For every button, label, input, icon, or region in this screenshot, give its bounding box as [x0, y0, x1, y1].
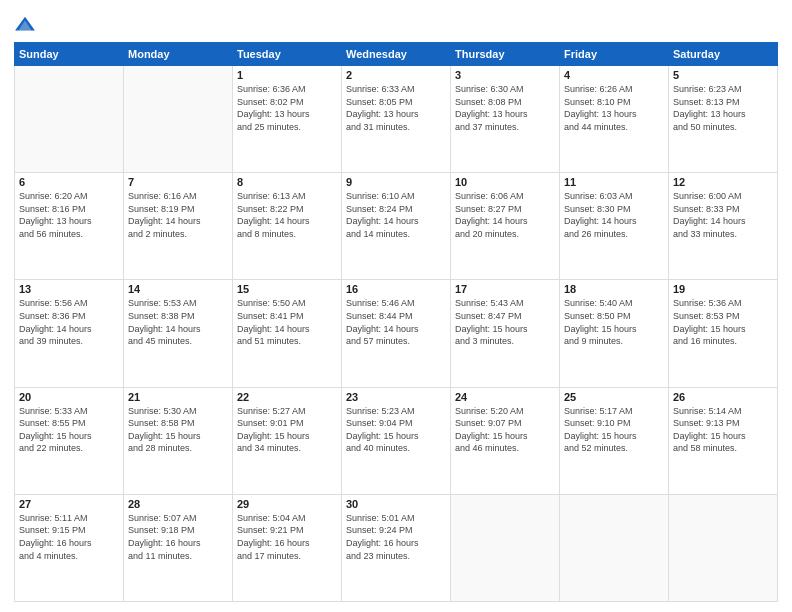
logo-icon [14, 14, 36, 36]
day-info: Sunrise: 5:07 AM Sunset: 9:18 PM Dayligh… [128, 512, 228, 562]
day-info: Sunrise: 6:26 AM Sunset: 8:10 PM Dayligh… [564, 83, 664, 133]
day-cell: 15Sunrise: 5:50 AM Sunset: 8:41 PM Dayli… [233, 280, 342, 387]
day-info: Sunrise: 6:06 AM Sunset: 8:27 PM Dayligh… [455, 190, 555, 240]
day-number: 28 [128, 498, 228, 510]
day-number: 24 [455, 391, 555, 403]
day-number: 3 [455, 69, 555, 81]
day-info: Sunrise: 5:36 AM Sunset: 8:53 PM Dayligh… [673, 297, 773, 347]
day-cell: 10Sunrise: 6:06 AM Sunset: 8:27 PM Dayli… [451, 173, 560, 280]
day-info: Sunrise: 5:23 AM Sunset: 9:04 PM Dayligh… [346, 405, 446, 455]
day-info: Sunrise: 5:30 AM Sunset: 8:58 PM Dayligh… [128, 405, 228, 455]
day-number: 25 [564, 391, 664, 403]
weekday-header-wednesday: Wednesday [342, 43, 451, 66]
day-number: 17 [455, 283, 555, 295]
day-cell [669, 494, 778, 601]
weekday-header-thursday: Thursday [451, 43, 560, 66]
day-number: 6 [19, 176, 119, 188]
day-cell: 8Sunrise: 6:13 AM Sunset: 8:22 PM Daylig… [233, 173, 342, 280]
day-cell: 9Sunrise: 6:10 AM Sunset: 8:24 PM Daylig… [342, 173, 451, 280]
day-number: 29 [237, 498, 337, 510]
day-number: 26 [673, 391, 773, 403]
day-cell: 1Sunrise: 6:36 AM Sunset: 8:02 PM Daylig… [233, 66, 342, 173]
day-info: Sunrise: 5:33 AM Sunset: 8:55 PM Dayligh… [19, 405, 119, 455]
day-cell: 3Sunrise: 6:30 AM Sunset: 8:08 PM Daylig… [451, 66, 560, 173]
day-cell [124, 66, 233, 173]
page: SundayMondayTuesdayWednesdayThursdayFrid… [0, 0, 792, 612]
day-cell: 20Sunrise: 5:33 AM Sunset: 8:55 PM Dayli… [15, 387, 124, 494]
day-cell: 19Sunrise: 5:36 AM Sunset: 8:53 PM Dayli… [669, 280, 778, 387]
day-number: 11 [564, 176, 664, 188]
day-cell: 22Sunrise: 5:27 AM Sunset: 9:01 PM Dayli… [233, 387, 342, 494]
day-cell: 17Sunrise: 5:43 AM Sunset: 8:47 PM Dayli… [451, 280, 560, 387]
day-number: 30 [346, 498, 446, 510]
day-info: Sunrise: 5:43 AM Sunset: 8:47 PM Dayligh… [455, 297, 555, 347]
header [14, 10, 778, 36]
day-info: Sunrise: 6:03 AM Sunset: 8:30 PM Dayligh… [564, 190, 664, 240]
day-number: 10 [455, 176, 555, 188]
day-number: 4 [564, 69, 664, 81]
day-number: 13 [19, 283, 119, 295]
day-cell: 24Sunrise: 5:20 AM Sunset: 9:07 PM Dayli… [451, 387, 560, 494]
week-row-3: 13Sunrise: 5:56 AM Sunset: 8:36 PM Dayli… [15, 280, 778, 387]
week-row-2: 6Sunrise: 6:20 AM Sunset: 8:16 PM Daylig… [15, 173, 778, 280]
day-number: 2 [346, 69, 446, 81]
weekday-header-friday: Friday [560, 43, 669, 66]
day-cell: 12Sunrise: 6:00 AM Sunset: 8:33 PM Dayli… [669, 173, 778, 280]
weekday-header-sunday: Sunday [15, 43, 124, 66]
day-info: Sunrise: 5:01 AM Sunset: 9:24 PM Dayligh… [346, 512, 446, 562]
day-info: Sunrise: 5:27 AM Sunset: 9:01 PM Dayligh… [237, 405, 337, 455]
day-info: Sunrise: 6:20 AM Sunset: 8:16 PM Dayligh… [19, 190, 119, 240]
week-row-4: 20Sunrise: 5:33 AM Sunset: 8:55 PM Dayli… [15, 387, 778, 494]
day-cell [15, 66, 124, 173]
calendar-table: SundayMondayTuesdayWednesdayThursdayFrid… [14, 42, 778, 602]
day-number: 8 [237, 176, 337, 188]
day-cell: 30Sunrise: 5:01 AM Sunset: 9:24 PM Dayli… [342, 494, 451, 601]
week-row-1: 1Sunrise: 6:36 AM Sunset: 8:02 PM Daylig… [15, 66, 778, 173]
day-cell: 14Sunrise: 5:53 AM Sunset: 8:38 PM Dayli… [124, 280, 233, 387]
weekday-header-tuesday: Tuesday [233, 43, 342, 66]
day-cell: 25Sunrise: 5:17 AM Sunset: 9:10 PM Dayli… [560, 387, 669, 494]
day-cell: 16Sunrise: 5:46 AM Sunset: 8:44 PM Dayli… [342, 280, 451, 387]
day-info: Sunrise: 6:33 AM Sunset: 8:05 PM Dayligh… [346, 83, 446, 133]
weekday-header-monday: Monday [124, 43, 233, 66]
day-info: Sunrise: 6:23 AM Sunset: 8:13 PM Dayligh… [673, 83, 773, 133]
day-info: Sunrise: 6:00 AM Sunset: 8:33 PM Dayligh… [673, 190, 773, 240]
week-row-5: 27Sunrise: 5:11 AM Sunset: 9:15 PM Dayli… [15, 494, 778, 601]
day-number: 1 [237, 69, 337, 81]
day-cell: 13Sunrise: 5:56 AM Sunset: 8:36 PM Dayli… [15, 280, 124, 387]
day-number: 9 [346, 176, 446, 188]
day-number: 23 [346, 391, 446, 403]
day-number: 7 [128, 176, 228, 188]
day-info: Sunrise: 6:16 AM Sunset: 8:19 PM Dayligh… [128, 190, 228, 240]
day-cell: 21Sunrise: 5:30 AM Sunset: 8:58 PM Dayli… [124, 387, 233, 494]
day-info: Sunrise: 5:56 AM Sunset: 8:36 PM Dayligh… [19, 297, 119, 347]
day-info: Sunrise: 6:30 AM Sunset: 8:08 PM Dayligh… [455, 83, 555, 133]
day-info: Sunrise: 5:17 AM Sunset: 9:10 PM Dayligh… [564, 405, 664, 455]
day-number: 18 [564, 283, 664, 295]
day-number: 15 [237, 283, 337, 295]
day-info: Sunrise: 6:10 AM Sunset: 8:24 PM Dayligh… [346, 190, 446, 240]
day-number: 16 [346, 283, 446, 295]
day-number: 5 [673, 69, 773, 81]
day-number: 19 [673, 283, 773, 295]
day-cell [451, 494, 560, 601]
day-cell: 4Sunrise: 6:26 AM Sunset: 8:10 PM Daylig… [560, 66, 669, 173]
weekday-header-row: SundayMondayTuesdayWednesdayThursdayFrid… [15, 43, 778, 66]
day-info: Sunrise: 6:36 AM Sunset: 8:02 PM Dayligh… [237, 83, 337, 133]
day-cell: 5Sunrise: 6:23 AM Sunset: 8:13 PM Daylig… [669, 66, 778, 173]
day-info: Sunrise: 5:11 AM Sunset: 9:15 PM Dayligh… [19, 512, 119, 562]
logo [14, 14, 38, 36]
day-cell: 11Sunrise: 6:03 AM Sunset: 8:30 PM Dayli… [560, 173, 669, 280]
day-info: Sunrise: 5:40 AM Sunset: 8:50 PM Dayligh… [564, 297, 664, 347]
day-cell: 29Sunrise: 5:04 AM Sunset: 9:21 PM Dayli… [233, 494, 342, 601]
day-cell: 7Sunrise: 6:16 AM Sunset: 8:19 PM Daylig… [124, 173, 233, 280]
day-info: Sunrise: 5:20 AM Sunset: 9:07 PM Dayligh… [455, 405, 555, 455]
day-number: 14 [128, 283, 228, 295]
day-cell: 27Sunrise: 5:11 AM Sunset: 9:15 PM Dayli… [15, 494, 124, 601]
day-info: Sunrise: 6:13 AM Sunset: 8:22 PM Dayligh… [237, 190, 337, 240]
day-info: Sunrise: 5:04 AM Sunset: 9:21 PM Dayligh… [237, 512, 337, 562]
day-number: 22 [237, 391, 337, 403]
day-cell: 23Sunrise: 5:23 AM Sunset: 9:04 PM Dayli… [342, 387, 451, 494]
day-info: Sunrise: 5:50 AM Sunset: 8:41 PM Dayligh… [237, 297, 337, 347]
day-cell: 26Sunrise: 5:14 AM Sunset: 9:13 PM Dayli… [669, 387, 778, 494]
